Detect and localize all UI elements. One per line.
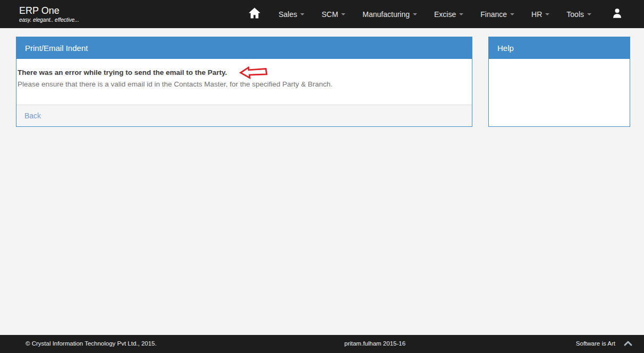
- caret-down-icon: [341, 13, 345, 15]
- nav-item-finance[interactable]: Finance: [472, 0, 523, 28]
- nav-item-scm[interactable]: SCM: [313, 0, 354, 28]
- nav-label: Finance: [480, 10, 507, 19]
- top-navbar: ERP One easy. elegant.. effective... Sal…: [0, 0, 644, 28]
- page-footer: © Crystal Information Technology Pvt Ltd…: [0, 335, 644, 353]
- print-email-indent-panel: Print/Email Indent There was an error wh…: [16, 37, 472, 127]
- nav-label: SCM: [321, 10, 338, 19]
- chevron-up-icon[interactable]: [624, 340, 632, 348]
- panel-title: Print/Email Indent: [16, 37, 472, 59]
- caret-down-icon: [587, 13, 591, 15]
- back-link[interactable]: Back: [24, 111, 41, 120]
- user-menu[interactable]: [600, 7, 623, 21]
- caret-down-icon: [300, 13, 304, 15]
- home-icon: [249, 7, 260, 21]
- caret-down-icon: [510, 13, 514, 15]
- footer-motto: Software is Art: [576, 340, 615, 347]
- red-left-arrow-icon: [238, 65, 269, 82]
- app-tagline: easy. elegant.. effective...: [19, 17, 79, 23]
- footer-copyright: © Crystal Information Technology Pvt Ltd…: [26, 340, 157, 347]
- content-area: Print/Email Indent There was an error wh…: [0, 28, 644, 127]
- footer-session: pritam.fulham 2015-16: [344, 340, 405, 347]
- nav-label: Excise: [434, 10, 456, 19]
- help-panel-body: [489, 59, 630, 81]
- nav-label: Sales: [278, 10, 297, 19]
- nav-home[interactable]: [239, 7, 270, 21]
- nav-label: Tools: [566, 10, 584, 19]
- nav-item-hr[interactable]: HR: [523, 0, 558, 28]
- caret-down-icon: [545, 13, 549, 15]
- help-panel: Help: [488, 37, 630, 127]
- caret-down-icon: [459, 13, 463, 15]
- nav-item-manufacturing[interactable]: Manufacturing: [354, 0, 426, 28]
- nav-item-tools[interactable]: Tools: [558, 0, 600, 28]
- app-title: ERP One: [19, 5, 79, 16]
- panel-footer: Back: [16, 105, 472, 126]
- caret-down-icon: [413, 13, 417, 15]
- nav-item-sales[interactable]: Sales: [270, 0, 313, 28]
- nav-label: HR: [531, 10, 542, 19]
- nav-label: Manufacturing: [362, 10, 410, 19]
- user-icon: [612, 7, 623, 21]
- main-nav: Sales SCM Manufacturing Excise Finance H…: [239, 0, 623, 28]
- nav-item-excise[interactable]: Excise: [426, 0, 472, 28]
- app-brand[interactable]: ERP One easy. elegant.. effective...: [19, 5, 79, 23]
- panel-body: There was an error while trying to send …: [16, 59, 472, 105]
- help-panel-title: Help: [489, 37, 630, 59]
